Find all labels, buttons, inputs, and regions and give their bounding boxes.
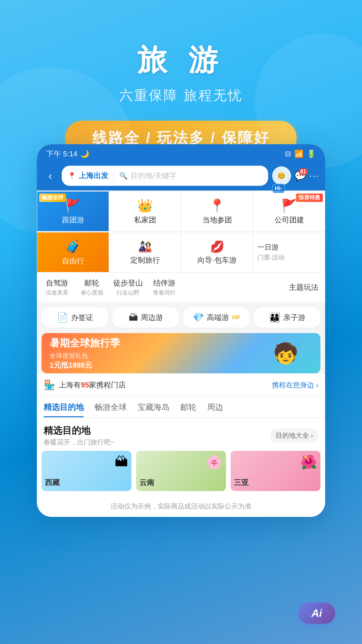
visa-label: 办签证 (71, 313, 93, 323)
dest-name-2: 云南 (139, 478, 154, 488)
local-tour-label: 当地参团 (202, 215, 232, 225)
family-icon: 👨‍👩‍👦 (269, 312, 281, 323)
store-info: 🏪 上海有95家携程门店 携程在您身边 › (37, 374, 325, 396)
cat3-self-drive[interactable]: 自驾游 沿途美景 (44, 278, 70, 297)
ai-button[interactable]: Ai (298, 602, 335, 624)
location-icon: 📍 (68, 172, 76, 180)
ticket-label: 门票·活动 (257, 253, 285, 262)
nav-icons: 😊 Hi- 💬 81 ··· (272, 166, 319, 185)
avatar-button[interactable]: 😊 Hi- (272, 166, 291, 185)
tab-nearby[interactable]: 周边 (207, 402, 223, 417)
dest-card-2[interactable]: 🌸 云南 (136, 451, 226, 491)
service-visa[interactable]: 📄 办签证 (42, 307, 108, 328)
featured-title: 精选目的地 (44, 424, 115, 437)
category-local-tour[interactable]: 📍 当地参团 (181, 191, 253, 231)
notification-badge: 81 (299, 168, 308, 175)
dest-name-1: 西藏 (45, 478, 60, 488)
ai-label: Ai (311, 607, 322, 620)
company-tour-icon: 🚩 (281, 198, 297, 213)
store-link[interactable]: 携程在您身边 › (272, 380, 318, 390)
tabs-row: 精选目的地 畅游全球 宝藏海岛 邮轮 周边 (37, 396, 325, 418)
service-luxury[interactable]: 💎 高端游 VIP (183, 307, 250, 328)
category-custom-travel[interactable]: 🎎 定制旅行 (109, 232, 181, 272)
company-tour-label: 公司团建 (275, 215, 304, 225)
store-icon: 🏪 (44, 379, 55, 390)
status-time: 下午 5:14 (46, 149, 77, 159)
tab-global[interactable]: 畅游全球 (95, 402, 127, 417)
visa-icon: 📄 (57, 312, 68, 323)
guide-car-icon: 💋 (210, 240, 224, 253)
featured-section: 精选目的地 春暖花开，出门旅行吧~ 目的地大全 › 🏔 西藏 🌸 云南 🌺 三亚 (37, 418, 325, 496)
status-right: ⊟ 📶 🔋 (285, 150, 316, 158)
dest-icon-1: 🏔 (115, 454, 128, 469)
nav-bar: ‹ 📍 上海出发 🔍 目的地/关键字 😊 Hi- 💬 81 ··· (37, 162, 325, 191)
service-nearby[interactable]: 🏔 周边游 (112, 307, 179, 328)
nearby-label: 周边游 (141, 313, 163, 323)
company-tour-tag: 惊喜特惠 (296, 194, 323, 202)
dest-icon-2: 🌸 (206, 454, 223, 470)
custom-travel-label: 定制旅行 (130, 255, 160, 265)
notification-button[interactable]: 💬 81 (294, 170, 306, 181)
category-row3: 自驾游 沿途美景 邮轮 省心度假 徒步登山 行走山野 结伴游 青春同行 主题玩法 (37, 272, 325, 302)
promo-banner[interactable]: 暑期全球旅行季 全球度假礼包 1元抵1888元 🧒 (42, 333, 320, 373)
featured-title-area: 精选目的地 春暖花开，出门旅行吧~ (44, 424, 115, 447)
more-button[interactable]: ··· (309, 170, 319, 181)
departure-city[interactable]: 上海出发 (79, 171, 108, 181)
banner-promo: 1元抵1888元 (50, 360, 259, 370)
featured-subtitle: 春暖花开，出门旅行吧~ (44, 438, 115, 447)
group-tour-icon: 🚩 (65, 198, 81, 213)
banner-title: 暑期全球旅行季 (50, 336, 259, 350)
banner-image: 🧒 (259, 335, 312, 372)
destination-cards: 🏔 西藏 🌸 云南 🌺 三亚 (42, 451, 320, 491)
vip-badge: VIP (232, 315, 240, 321)
dest-card-3[interactable]: 🌺 三亚 (231, 451, 320, 491)
cat3-cruise[interactable]: 邮轮 省心度假 (78, 278, 105, 297)
luxury-icon: 💎 (192, 312, 204, 323)
cat3-theme[interactable]: 主题玩法 (289, 282, 318, 292)
status-left: 下午 5:14 🌙 (46, 149, 89, 159)
category-guide-car[interactable]: 💋 向导·包车游 (181, 232, 253, 272)
tab-island[interactable]: 宝藏海岛 (137, 402, 170, 417)
category-company-tour[interactable]: 惊喜特惠 🚩 公司团建 (253, 191, 325, 231)
back-button[interactable]: ‹ (43, 170, 58, 182)
free-travel-label: 自由行 (62, 256, 84, 266)
dest-card-1[interactable]: 🏔 西藏 (42, 451, 131, 491)
disclaimer: 活动仅为示例，实际商品或活动以实际公示为准 (37, 496, 325, 517)
banner-sub: 全球度假礼包 (50, 352, 259, 360)
free-travel-icon: 🧳 (65, 239, 81, 254)
moon-icon: 🌙 (80, 150, 89, 158)
search-icon: 🔍 (119, 172, 128, 180)
group-tour-tag: 畅游全球 (39, 194, 66, 202)
family-label: 亲子游 (283, 313, 305, 323)
category-group-tour[interactable]: 畅游全球 🚩 跟团游 (37, 191, 109, 231)
category-grid-row1: 畅游全球 🚩 跟团游 👑 私家团 📍 当地参团 惊喜特惠 🚩 公司团建 (37, 191, 325, 231)
featured-header: 精选目的地 春暖花开，出门旅行吧~ 目的地大全 › (42, 418, 320, 451)
screenshot-icon: ⊟ (285, 150, 291, 158)
featured-all-link[interactable]: 目的地大全 › (270, 428, 318, 443)
category-free-travel[interactable]: 🧳 自由行 (37, 232, 109, 272)
private-tour-icon: 👑 (137, 198, 153, 213)
cat3-hiking[interactable]: 徒步登山 行走山野 (113, 278, 143, 297)
dest-icon-3: 🌺 (300, 454, 317, 470)
group-tour-label: 跟团游 (62, 215, 84, 225)
oneday-label: 一日游 (257, 243, 279, 252)
phone-mockup: 下午 5:14 🌙 ⊟ 📶 🔋 ‹ 📍 上海出发 🔍 目的地/关键字 😊 (37, 144, 325, 517)
cat3-companion[interactable]: 结伴游 青春同行 (151, 278, 178, 297)
tab-selected-destinations[interactable]: 精选目的地 (44, 402, 84, 417)
avatar-inner: 😊 (272, 166, 291, 185)
custom-travel-icon: 🎎 (138, 240, 152, 253)
category-private-tour[interactable]: 👑 私家团 (109, 191, 181, 231)
battery-icon: 🔋 (307, 150, 316, 158)
search-bar[interactable]: 📍 上海出发 🔍 目的地/关键字 (62, 166, 268, 186)
local-tour-icon: 📍 (209, 198, 225, 213)
category-oneday-tour[interactable]: 一日游 门票·活动 (253, 232, 325, 272)
service-family[interactable]: 👨‍👩‍👦 亲子游 (254, 307, 320, 328)
dest-name-3: 三亚 (234, 478, 249, 488)
store-text: 上海有95家携程门店 (59, 380, 268, 390)
search-input-placeholder[interactable]: 目的地/关键字 (130, 171, 262, 181)
private-tour-label: 私家团 (134, 215, 156, 225)
banner-text: 暑期全球旅行季 全球度假礼包 1元抵1888元 (50, 336, 259, 370)
app-screen: 下午 5:14 🌙 ⊟ 📶 🔋 ‹ 📍 上海出发 🔍 目的地/关键字 😊 (37, 144, 325, 517)
tab-cruise[interactable]: 邮轮 (180, 402, 196, 417)
nearby-icon: 🏔 (129, 312, 138, 323)
